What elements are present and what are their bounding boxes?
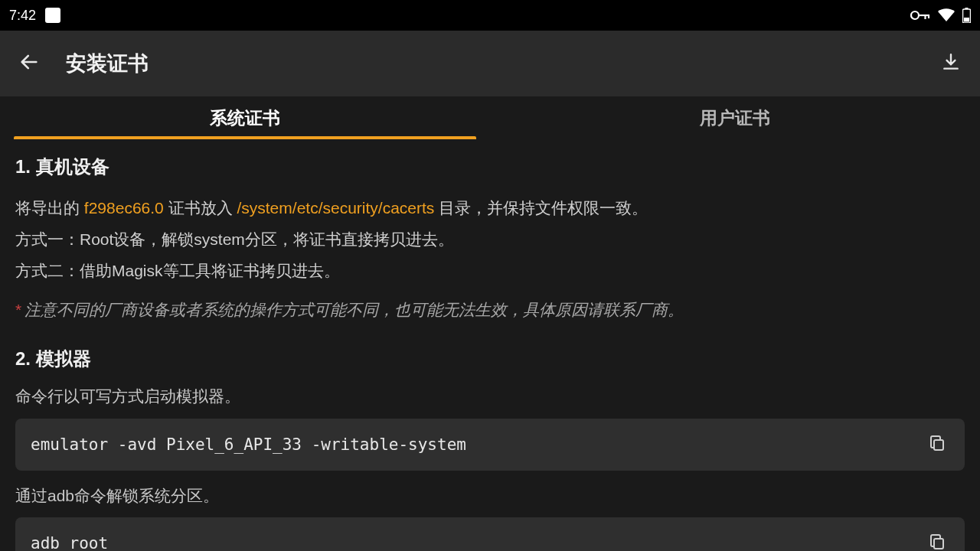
copy-button[interactable] — [925, 432, 949, 457]
instruction-line-2: 方式一：Root设备，解锁system分区，将证书直接拷贝进去。 — [15, 224, 965, 256]
code-block-adb-root: adb root — [15, 517, 965, 551]
status-bar: 7:42 — [0, 0, 980, 31]
page-title: 安装证书 — [66, 50, 149, 77]
arrow-left-icon — [18, 51, 40, 76]
tab-label: 用户证书 — [700, 106, 770, 130]
note-text: 注意不同的厂商设备或者系统的操作方式可能不同，也可能无法生效，具体原因请联系厂商… — [24, 301, 684, 318]
download-button[interactable] — [937, 50, 965, 77]
cert-filename: f298ec66.0 — [84, 199, 164, 217]
download-icon — [941, 52, 961, 75]
code-text: emulator -avd Pixel_6_API_33 -writable-s… — [31, 435, 466, 454]
copy-button[interactable] — [925, 531, 949, 551]
text-fragment: 将导出的 — [15, 199, 84, 217]
vpn-key-icon — [910, 9, 930, 21]
section-heading-emulator: 2. 模拟器 — [15, 347, 965, 371]
text-fragment: 证书放入 — [164, 199, 237, 217]
warning-note: *注意不同的厂商设备或者系统的操作方式可能不同，也可能无法生效，具体原因请联系厂… — [15, 295, 965, 325]
back-button[interactable] — [15, 50, 43, 77]
svg-rect-6 — [964, 18, 969, 22]
instruction-line-1: 将导出的 f298ec66.0 证书放入 /system/etc/securit… — [15, 193, 965, 224]
svg-rect-8 — [934, 539, 943, 549]
copy-icon — [928, 533, 946, 551]
instruction-line-3: 方式二：借助Magisk等工具将证书拷贝进去。 — [15, 256, 965, 287]
tab-bar: 系统证书 用户证书 — [0, 96, 980, 139]
status-app-indicator — [45, 8, 60, 23]
emulator-instruction-1: 命令行以可写方式启动模拟器。 — [15, 382, 965, 411]
app-bar: 安装证书 — [0, 31, 980, 96]
wifi-icon — [938, 8, 955, 22]
text-fragment: 目录，并保持文件权限一致。 — [434, 199, 648, 217]
svg-rect-7 — [934, 440, 943, 450]
content-area: 1. 真机设备 将导出的 f298ec66.0 证书放入 /system/etc… — [0, 139, 980, 551]
battery-icon — [962, 8, 971, 23]
asterisk-icon: * — [15, 301, 21, 318]
code-text: adb root — [31, 534, 108, 551]
tab-system-cert[interactable]: 系统证书 — [0, 96, 490, 139]
cert-path: /system/etc/security/cacerts — [237, 199, 434, 217]
svg-point-0 — [911, 11, 919, 19]
code-block-emulator: emulator -avd Pixel_6_API_33 -writable-s… — [15, 419, 965, 471]
copy-icon — [928, 434, 946, 455]
emulator-instruction-2: 通过adb命令解锁系统分区。 — [15, 481, 965, 510]
tab-user-cert[interactable]: 用户证书 — [490, 96, 980, 139]
tab-label: 系统证书 — [210, 106, 280, 130]
section-heading-real-device: 1. 真机设备 — [15, 155, 965, 179]
status-time: 7:42 — [9, 8, 36, 24]
